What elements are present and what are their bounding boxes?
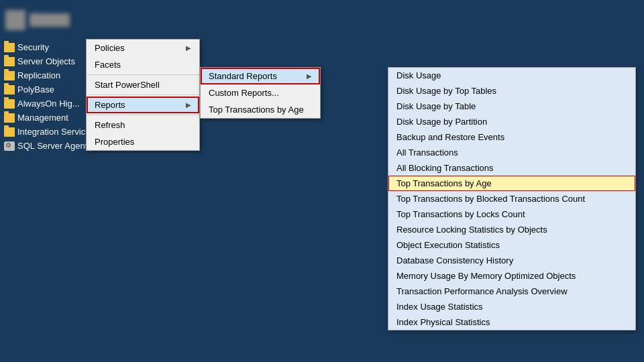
menu-label: Refresh bbox=[95, 120, 125, 130]
sidebar-item-server-objects[interactable]: Server Objects bbox=[0, 54, 87, 68]
report-item-index-physical[interactable]: Index Physical Statistics bbox=[388, 314, 635, 330]
report-item-disk-usage-partition[interactable]: Disk Usage by Partition bbox=[388, 114, 635, 129]
report-item-disk-usage-table[interactable]: Disk Usage by Table bbox=[388, 99, 635, 114]
folder-icon bbox=[4, 43, 15, 52]
menu-label: Top Transactions by Age bbox=[209, 105, 304, 115]
sidebar-item-label: Management bbox=[17, 113, 68, 123]
report-item-resource-locking[interactable]: Resource Locking Statistics by Objects bbox=[388, 222, 635, 237]
sidebar-item-label: SQL Server Agent bbox=[17, 141, 87, 151]
menu-item-custom-reports[interactable]: Custom Reports... bbox=[201, 84, 320, 101]
report-label: Disk Usage by Top Tables bbox=[396, 86, 496, 96]
report-item-all-transactions[interactable]: All Transactions bbox=[388, 145, 635, 160]
menu-label: Custom Reports... bbox=[209, 88, 279, 98]
menu-item-properties[interactable]: Properties bbox=[87, 133, 199, 150]
menu-label: Reports bbox=[95, 100, 125, 110]
context-menu-level-4: Disk Usage Disk Usage by Top Tables Disk… bbox=[388, 67, 636, 330]
sidebar-item-label: Server Objects bbox=[17, 56, 75, 66]
agent-icon bbox=[4, 141, 15, 151]
report-item-index-usage[interactable]: Index Usage Statistics bbox=[388, 299, 635, 314]
report-label: All Blocking Transactions bbox=[396, 163, 494, 173]
report-label: Transaction Performance Analysis Overvie… bbox=[396, 286, 568, 296]
menu-item-standard-reports[interactable]: Standard Reports ▶ bbox=[201, 68, 320, 84]
folder-icon bbox=[4, 57, 15, 66]
report-item-top-transactions-blocked[interactable]: Top Transactions by Blocked Transactions… bbox=[388, 191, 635, 206]
folder-icon bbox=[4, 85, 15, 95]
menu-divider bbox=[87, 115, 199, 115]
folder-icon bbox=[4, 127, 15, 137]
report-label: Disk Usage by Partition bbox=[396, 117, 487, 127]
report-label: All Transactions bbox=[396, 147, 458, 158]
report-label: Top Transactions by Locks Count bbox=[396, 209, 525, 219]
report-item-disk-usage[interactable]: Disk Usage bbox=[388, 68, 635, 83]
report-item-top-transactions-age[interactable]: Top Transactions by Age bbox=[388, 176, 635, 191]
report-item-object-execution[interactable]: Object Execution Statistics bbox=[388, 237, 635, 253]
menu-item-policies[interactable]: Policies ▶ bbox=[87, 40, 199, 56]
logo-text bbox=[30, 13, 70, 27]
sidebar-item-alwayson[interactable]: AlwaysOn Hig... bbox=[0, 97, 87, 111]
sidebar-item-integration-services[interactable]: Integration Services Catalogs bbox=[0, 125, 87, 139]
sidebar-item-label: Replication bbox=[17, 70, 60, 80]
submenu-arrow-icon: ▶ bbox=[307, 72, 312, 80]
menu-item-powershell[interactable]: Start PowerShell bbox=[87, 76, 199, 93]
menu-label: Standard Reports bbox=[209, 71, 277, 81]
report-item-disk-usage-top-tables[interactable]: Disk Usage by Top Tables bbox=[388, 83, 635, 99]
context-menu-level-2: Standard Reports ▶ Custom Reports... Top… bbox=[200, 67, 321, 119]
report-label: Top Transactions by Age bbox=[396, 178, 492, 188]
sidebar-item-replication[interactable]: Replication bbox=[0, 68, 87, 82]
submenu-arrow-icon: ▶ bbox=[186, 44, 191, 52]
menu-label: Facets bbox=[95, 60, 121, 70]
menu-item-reports[interactable]: Reports ▶ bbox=[87, 97, 199, 113]
report-label: Disk Usage bbox=[396, 70, 441, 80]
submenu-arrow-icon: ▶ bbox=[186, 101, 191, 109]
sidebar-item-management[interactable]: Management bbox=[0, 111, 87, 125]
menu-label: Policies bbox=[95, 43, 125, 53]
report-label: Resource Locking Statistics by Objects bbox=[396, 225, 547, 235]
sidebar-item-sql-agent[interactable]: SQL Server Agent bbox=[0, 139, 87, 153]
report-item-memory-usage[interactable]: Memory Usage By Memory Optimized Objects bbox=[388, 268, 635, 284]
report-label: Memory Usage By Memory Optimized Objects bbox=[396, 271, 576, 281]
report-item-backup-restore[interactable]: Backup and Restore Events bbox=[388, 129, 635, 145]
report-label: Backup and Restore Events bbox=[396, 132, 504, 142]
folder-icon bbox=[4, 113, 15, 123]
report-item-top-transactions-locks[interactable]: Top Transactions by Locks Count bbox=[388, 206, 635, 222]
report-item-transaction-performance[interactable]: Transaction Performance Analysis Overvie… bbox=[388, 284, 635, 299]
report-label: Object Execution Statistics bbox=[396, 240, 500, 250]
menu-label: Start PowerShell bbox=[95, 80, 160, 90]
context-menu-level-1: Policies ▶ Facets Start PowerShell Repor… bbox=[86, 39, 200, 151]
report-label: Top Transactions by Blocked Transactions… bbox=[396, 194, 585, 204]
menu-divider bbox=[87, 74, 199, 75]
menu-item-top-transactions[interactable]: Top Transactions by Age bbox=[201, 101, 320, 118]
sidebar-item-label: AlwaysOn Hig... bbox=[17, 99, 79, 109]
folder-icon bbox=[4, 71, 15, 80]
folder-icon bbox=[4, 99, 15, 109]
report-item-all-blocking[interactable]: All Blocking Transactions bbox=[388, 160, 635, 176]
report-label: Disk Usage by Table bbox=[396, 101, 476, 111]
report-label: Index Usage Statistics bbox=[396, 302, 483, 312]
menu-item-refresh[interactable]: Refresh bbox=[87, 117, 199, 133]
menu-divider bbox=[87, 95, 199, 95]
sidebar-item-label: Security bbox=[17, 42, 49, 52]
report-label: Database Consistency History bbox=[396, 255, 513, 265]
logo-icon bbox=[5, 10, 25, 30]
sidebar: Security Server Objects Replication Poly… bbox=[0, 0, 87, 362]
sidebar-item-security[interactable]: Security bbox=[0, 40, 87, 54]
sidebar-item-polybase[interactable]: PolyBase bbox=[0, 82, 87, 97]
menu-label: Properties bbox=[95, 137, 134, 147]
sidebar-item-label: PolyBase bbox=[17, 84, 54, 95]
report-label: Index Physical Statistics bbox=[396, 317, 490, 327]
sidebar-header bbox=[0, 0, 87, 40]
menu-item-facets[interactable]: Facets bbox=[87, 56, 199, 73]
report-item-db-consistency[interactable]: Database Consistency History bbox=[388, 253, 635, 268]
